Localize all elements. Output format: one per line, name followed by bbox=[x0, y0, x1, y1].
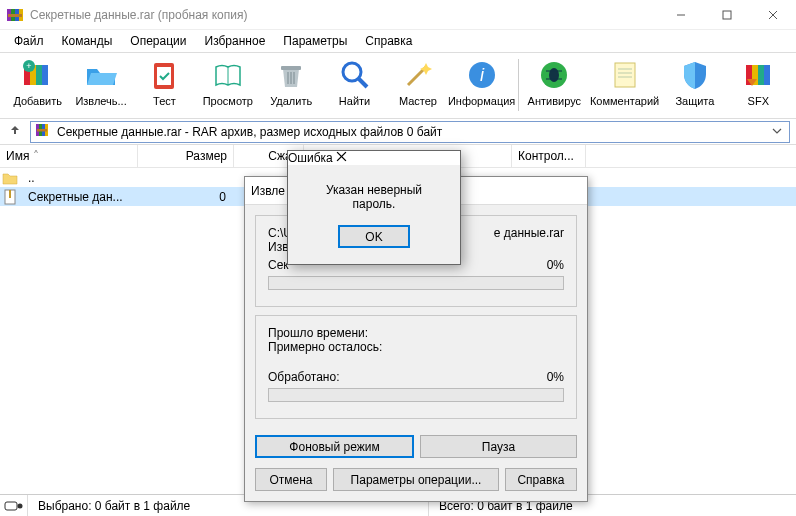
cancel-button[interactable]: Отмена bbox=[255, 468, 327, 491]
delete-button[interactable]: Удалить bbox=[260, 55, 323, 107]
info-label: Информация bbox=[448, 95, 515, 107]
extract-btnrow-2: Отмена Параметры операции... Справка bbox=[245, 468, 587, 501]
error-close-button[interactable] bbox=[336, 151, 347, 165]
extract-pct1: 0% bbox=[534, 258, 564, 272]
extract-btnrow-1: Фоновый режим Пауза bbox=[245, 429, 587, 468]
app-icon bbox=[6, 6, 24, 24]
elapsed-label: Прошло времени: bbox=[268, 326, 564, 340]
archive-item-icon bbox=[2, 189, 18, 205]
col-trailer bbox=[586, 145, 796, 167]
extract-path-right: е данные.rar bbox=[494, 226, 564, 240]
delete-label: Удалить bbox=[270, 95, 312, 107]
shield-icon bbox=[677, 57, 713, 93]
folder-open-icon bbox=[83, 57, 119, 93]
comment-label: Комментарий bbox=[590, 95, 659, 107]
extract-button[interactable]: Извлечь... bbox=[69, 55, 132, 107]
find-label: Найти bbox=[339, 95, 370, 107]
row-item-name: Секретные дан... bbox=[22, 190, 136, 204]
antivirus-label: Антивирус bbox=[528, 95, 581, 107]
info-button[interactable]: i Информация bbox=[450, 55, 514, 107]
sfx-label: SFX bbox=[748, 95, 769, 107]
up-button[interactable] bbox=[6, 123, 24, 140]
svg-text:+: + bbox=[26, 61, 31, 71]
background-mode-button[interactable]: Фоновый режим bbox=[255, 435, 414, 458]
col-control[interactable]: Контрол... bbox=[512, 145, 586, 167]
sort-asc-icon: ˄ bbox=[33, 149, 39, 163]
bug-icon bbox=[536, 57, 572, 93]
address-dropdown[interactable] bbox=[769, 125, 785, 139]
menubar: Файл Команды Операции Избранное Параметр… bbox=[0, 30, 796, 52]
search-icon bbox=[337, 57, 373, 93]
protect-label: Защита bbox=[675, 95, 714, 107]
menu-operations[interactable]: Операции bbox=[122, 32, 194, 50]
close-button[interactable] bbox=[750, 0, 796, 29]
error-ok-row: OK bbox=[288, 219, 460, 264]
menu-help[interactable]: Справка bbox=[357, 32, 420, 50]
menu-file[interactable]: Файл bbox=[6, 32, 52, 50]
col-name[interactable]: Имя˄ bbox=[0, 145, 138, 167]
svg-point-47 bbox=[17, 503, 22, 508]
view-label: Просмотр bbox=[203, 95, 253, 107]
error-dialog-titlebar[interactable]: Ошибка bbox=[288, 151, 460, 165]
svg-rect-11 bbox=[36, 65, 42, 85]
remaining-label: Примерно осталось: bbox=[268, 340, 564, 354]
address-text: Секретные данные.rar - RAR архив, размер… bbox=[57, 125, 763, 139]
book-icon bbox=[210, 57, 246, 93]
row-item-size: 0 bbox=[136, 190, 232, 204]
help-button[interactable]: Справка bbox=[505, 468, 577, 491]
extract-label: Извлечь... bbox=[75, 95, 126, 107]
svg-point-22 bbox=[343, 63, 361, 81]
wand-icon bbox=[400, 57, 436, 93]
operation-params-button[interactable]: Параметры операции... bbox=[333, 468, 499, 491]
progress-bar-2 bbox=[268, 388, 564, 402]
clipboard-check-icon bbox=[146, 57, 182, 93]
sfx-button[interactable]: SFX bbox=[727, 55, 790, 107]
error-ok-button[interactable]: OK bbox=[338, 225, 410, 248]
comment-button[interactable]: Комментарий bbox=[586, 55, 663, 107]
svg-rect-31 bbox=[615, 63, 635, 87]
error-dialog: Ошибка Указан неверный пароль. OK bbox=[287, 150, 461, 265]
wizard-button[interactable]: Мастер bbox=[386, 55, 449, 107]
pause-button[interactable]: Пауза bbox=[420, 435, 577, 458]
view-button[interactable]: Просмотр bbox=[196, 55, 259, 107]
svg-rect-46 bbox=[5, 502, 17, 510]
antivirus-button[interactable]: Антивирус bbox=[523, 55, 586, 107]
window-buttons bbox=[658, 0, 796, 29]
maximize-button[interactable] bbox=[704, 0, 750, 29]
find-button[interactable]: Найти bbox=[323, 55, 386, 107]
col-size[interactable]: Размер bbox=[138, 145, 234, 167]
extract-pct2: 0% bbox=[534, 370, 564, 384]
test-button[interactable]: Тест bbox=[133, 55, 196, 107]
svg-point-28 bbox=[549, 68, 559, 82]
status-icon[interactable] bbox=[0, 495, 28, 516]
sfx-icon bbox=[740, 57, 776, 93]
titlebar: Секретные данные.rar (пробная копия) bbox=[0, 0, 796, 30]
svg-rect-37 bbox=[758, 65, 764, 85]
svg-rect-6 bbox=[723, 11, 731, 19]
svg-line-23 bbox=[359, 79, 367, 87]
svg-rect-38 bbox=[764, 65, 770, 85]
extract-time-group: Прошло времени: Примерно осталось: Обраб… bbox=[255, 315, 577, 419]
window-title: Секретные данные.rar (пробная копия) bbox=[30, 8, 658, 22]
trash-icon bbox=[273, 57, 309, 93]
error-message: Указан неверный пароль. bbox=[288, 165, 460, 219]
address-bar: Секретные данные.rar - RAR архив, размер… bbox=[0, 118, 796, 144]
folder-icon bbox=[2, 171, 18, 185]
add-button[interactable]: + Добавить bbox=[6, 55, 69, 107]
books-icon: + bbox=[20, 57, 56, 93]
toolbar-separator bbox=[518, 59, 519, 111]
address-box[interactable]: Секретные данные.rar - RAR архив, размер… bbox=[30, 121, 790, 143]
processed-label: Обработано: bbox=[268, 370, 534, 384]
minimize-button[interactable] bbox=[658, 0, 704, 29]
svg-rect-4 bbox=[8, 14, 22, 17]
menu-options[interactable]: Параметры bbox=[275, 32, 355, 50]
toolbar: + Добавить Извлечь... Тест Просмотр Удал… bbox=[0, 52, 796, 118]
svg-rect-43 bbox=[37, 129, 47, 132]
row-up-name: .. bbox=[22, 171, 136, 185]
menu-favorites[interactable]: Избранное bbox=[197, 32, 274, 50]
svg-rect-18 bbox=[281, 66, 301, 70]
svg-rect-12 bbox=[42, 65, 48, 85]
protect-button[interactable]: Защита bbox=[663, 55, 726, 107]
test-label: Тест bbox=[153, 95, 176, 107]
menu-commands[interactable]: Команды bbox=[54, 32, 121, 50]
